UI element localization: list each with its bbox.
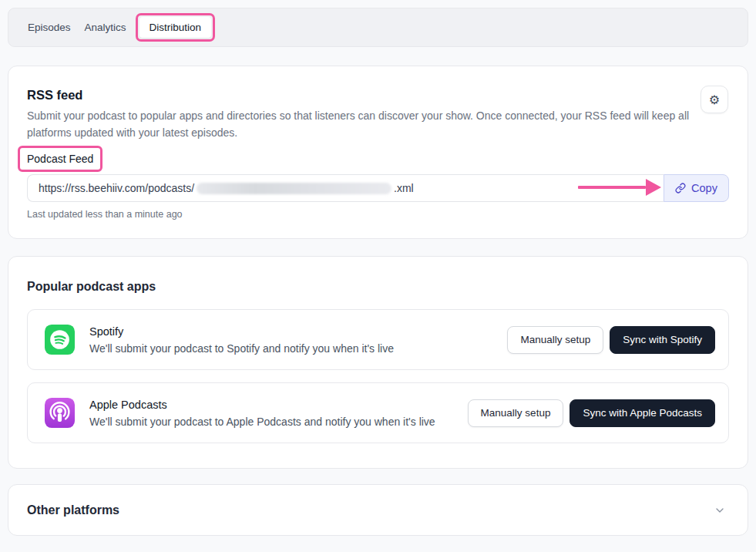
annotation-arrow-bar [578,186,646,190]
rss-url-prefix: https://rss.beehiiv.com/podcasts/ [39,182,194,194]
app-row-spotify: Spotify We'll submit your podcast to Spo… [27,309,729,370]
podcast-feed-label: Podcast Feed [27,153,93,165]
tab-episodes[interactable]: Episodes [28,22,71,33]
spotify-icon [45,325,75,355]
app-description: We'll submit your podcast to Spotify and… [89,342,394,355]
link-icon [675,183,686,194]
gear-icon-glyph: ⚙ [709,93,720,107]
app-text-spotify: Spotify We'll submit your podcast to Spo… [89,325,394,355]
other-platforms-title: Other platforms [27,503,119,517]
manually-setup-button-apple[interactable]: Manually setup [468,399,564,427]
app-text-apple-podcasts: Apple Podcasts We'll submit your podcast… [89,399,435,428]
app-name: Apple Podcasts [89,399,435,411]
rss-feed-card: RSS feed ⚙ Submit your podcast to popula… [8,66,748,239]
annotation-arrow [578,179,661,196]
other-platforms-card[interactable]: Other platforms [8,484,748,536]
annotation-arrow-head [646,179,661,196]
copy-button[interactable]: Copy [664,174,729,202]
rss-feed-url-input[interactable]: https://rss.beehiiv.com/podcasts/ .xml [27,174,664,202]
popular-apps-title: Popular podcast apps [27,280,156,294]
tab-bar: Episodes Analytics Distribution [8,8,748,47]
sync-with-spotify-button[interactable]: Sync with Spotify [610,326,715,354]
annotation-box-podcast-feed: Podcast Feed [18,146,102,172]
popular-apps-card: Popular podcast apps Spotify We'll submi… [8,256,748,469]
copy-button-label: Copy [691,182,717,194]
chevron-down-icon[interactable] [714,504,726,517]
redacted-url-segment [197,183,391,194]
annotation-box-distribution: Distribution [136,13,216,42]
sync-with-apple-podcasts-button[interactable]: Sync with Apple Podcasts [570,399,715,427]
manually-setup-button-spotify[interactable]: Manually setup [507,326,603,354]
app-name: Spotify [89,325,394,338]
app-row-apple-podcasts: Apple Podcasts We'll submit your podcast… [27,382,729,443]
apple-podcasts-icon [45,398,75,428]
rss-feed-description: Submit your podcast to popular apps and … [27,107,704,141]
tab-distribution[interactable]: Distribution [139,17,212,38]
app-description: We'll submit your podcast to Apple Podca… [89,416,435,428]
tab-analytics[interactable]: Analytics [85,22,126,33]
rss-url-suffix: .xml [394,182,414,194]
last-updated-text: Last updated less than a minute ago [27,209,183,220]
rss-feed-title: RSS feed [27,88,82,103]
gear-icon[interactable]: ⚙ [701,86,728,113]
